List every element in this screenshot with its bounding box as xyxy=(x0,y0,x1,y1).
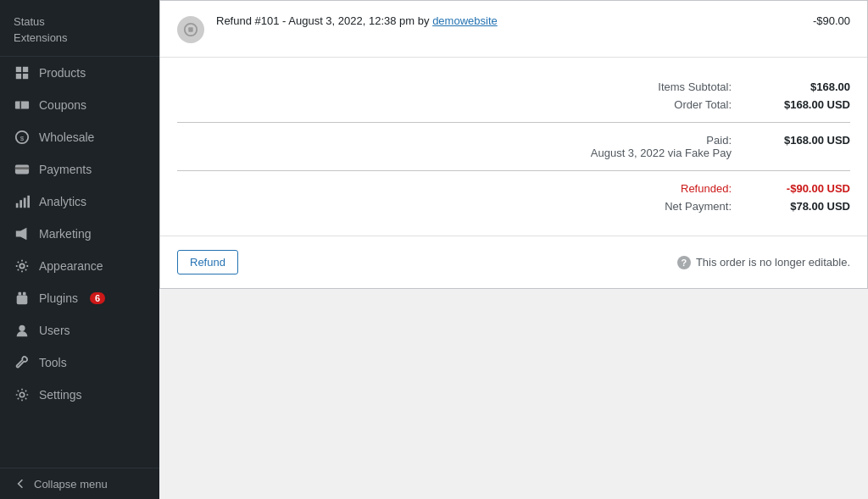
not-editable-notice: ? This order is no longer editable. xyxy=(677,256,850,269)
sidebar-item-appearance[interactable]: Appearance xyxy=(0,250,159,282)
sidebar-item-analytics[interactable]: Analytics xyxy=(0,186,159,218)
wholesale-icon: $ xyxy=(14,129,31,146)
refund-info: Refund #101 - August 3, 2022, 12:38 pm b… xyxy=(216,14,801,27)
net-payment-row: Net Payment: $78.00 USD xyxy=(177,197,850,215)
net-payment-value: $78.00 USD xyxy=(748,200,850,213)
order-total-value: $168.00 USD xyxy=(748,98,850,111)
sidebar-item-label: Payments xyxy=(39,163,92,176)
sidebar-item-users[interactable]: Users xyxy=(0,314,159,347)
sidebar-item-label: Tools xyxy=(39,356,67,369)
settings-icon xyxy=(14,386,31,403)
sidebar-item-label: Appearance xyxy=(39,259,103,273)
not-editable-text: This order is no longer editable. xyxy=(696,256,850,269)
svg-point-19 xyxy=(19,325,25,331)
sidebar-item-coupons[interactable]: Coupons xyxy=(0,89,159,121)
svg-rect-1 xyxy=(23,67,28,72)
marketing-icon xyxy=(14,225,31,242)
refund-amount: -$90.00 xyxy=(813,14,850,27)
sidebar-item-payments[interactable]: Payments xyxy=(0,153,159,186)
items-subtotal-value: $168.00 xyxy=(748,80,850,93)
divider-1 xyxy=(177,122,850,123)
svg-rect-9 xyxy=(15,167,29,169)
sidebar-item-label: Wholesale xyxy=(39,130,94,144)
divider-2 xyxy=(177,170,850,171)
svg-rect-13 xyxy=(27,196,30,208)
sidebar-extensions: Extensions xyxy=(14,30,146,49)
sidebar-item-tools[interactable]: Tools xyxy=(0,347,159,379)
sidebar-item-settings[interactable]: Settings xyxy=(0,379,159,411)
refunded-value: -$90.00 USD xyxy=(748,182,850,195)
sidebar-item-label: Settings xyxy=(39,388,82,402)
totals-section: Items Subtotal: $168.00 Order Total: $16… xyxy=(160,58,867,236)
sidebar-item-label: Marketing xyxy=(39,227,91,241)
sidebar-top: Status Extensions xyxy=(0,0,159,57)
sidebar: Status Extensions Products Coupons $ Who… xyxy=(0,0,159,499)
paid-label-block: Paid: August 3, 2022 via Fake Pay xyxy=(591,134,732,159)
refunded-label: Refunded: xyxy=(613,182,732,195)
paid-value: $168.00 USD xyxy=(748,134,850,147)
svg-point-20 xyxy=(19,392,24,396)
coupons-icon xyxy=(14,97,31,114)
sidebar-item-wholesale[interactable]: $ Wholesale xyxy=(0,121,159,153)
refunded-row: Refunded: -$90.00 USD xyxy=(177,180,850,197)
svg-point-15 xyxy=(19,263,24,268)
sidebar-item-label: Coupons xyxy=(39,98,86,112)
net-payment-label: Net Payment: xyxy=(613,200,732,213)
sidebar-item-label: Products xyxy=(39,66,86,80)
analytics-icon xyxy=(14,193,31,210)
svg-rect-0 xyxy=(16,67,21,72)
products-icon xyxy=(14,64,31,81)
sidebar-item-products[interactable]: Products xyxy=(0,57,159,89)
action-row: Refund ? This order is no longer editabl… xyxy=(160,236,867,288)
svg-rect-12 xyxy=(24,198,26,208)
svg-rect-16 xyxy=(19,292,22,296)
users-icon xyxy=(14,322,31,339)
sidebar-item-marketing[interactable]: Marketing xyxy=(0,218,159,250)
plugins-icon xyxy=(14,290,31,307)
svg-marker-14 xyxy=(16,228,27,240)
sidebar-status: Status xyxy=(14,10,146,30)
appearance-icon xyxy=(14,258,31,274)
collapse-menu[interactable]: Collapse menu xyxy=(0,468,159,499)
sidebar-item-label: Plugins xyxy=(39,291,78,305)
svg-rect-22 xyxy=(188,27,192,31)
refund-icon xyxy=(177,16,204,43)
paid-label: Paid: xyxy=(591,134,732,147)
tools-icon xyxy=(14,354,31,371)
items-subtotal-row: Items Subtotal: $168.00 xyxy=(177,78,850,96)
help-icon[interactable]: ? xyxy=(677,256,691,269)
sidebar-item-label: Analytics xyxy=(39,195,86,208)
collapse-label: Collapse menu xyxy=(34,478,108,491)
refund-button[interactable]: Refund xyxy=(177,250,238,274)
paid-date: August 3, 2022 via Fake Pay xyxy=(591,147,732,159)
items-subtotal-label: Items Subtotal: xyxy=(613,80,732,93)
payments-icon xyxy=(14,161,31,178)
svg-rect-17 xyxy=(23,292,26,296)
refund-title: Refund #101 - August 3, 2022, 12:38 pm b… xyxy=(216,14,430,27)
main-content: Refund #101 - August 3, 2022, 12:38 pm b… xyxy=(159,0,868,499)
sidebar-item-label: Users xyxy=(39,324,70,337)
refund-user-link[interactable]: demowebsite xyxy=(432,14,498,27)
svg-rect-2 xyxy=(16,74,21,79)
order-total-row: Order Total: $168.00 USD xyxy=(177,96,850,114)
svg-rect-4 xyxy=(15,102,29,109)
svg-text:$: $ xyxy=(20,135,25,142)
refund-row: Refund #101 - August 3, 2022, 12:38 pm b… xyxy=(160,1,867,58)
svg-rect-10 xyxy=(16,203,19,208)
plugins-badge: 6 xyxy=(90,292,105,304)
svg-rect-3 xyxy=(23,74,28,79)
svg-rect-18 xyxy=(17,295,28,304)
paid-row: Paid: August 3, 2022 via Fake Pay $168.0… xyxy=(177,131,850,162)
sidebar-item-plugins[interactable]: Plugins 6 xyxy=(0,282,159,314)
content-area: Refund #101 - August 3, 2022, 12:38 pm b… xyxy=(159,0,868,289)
order-total-label: Order Total: xyxy=(613,98,732,111)
svg-rect-11 xyxy=(19,200,22,208)
